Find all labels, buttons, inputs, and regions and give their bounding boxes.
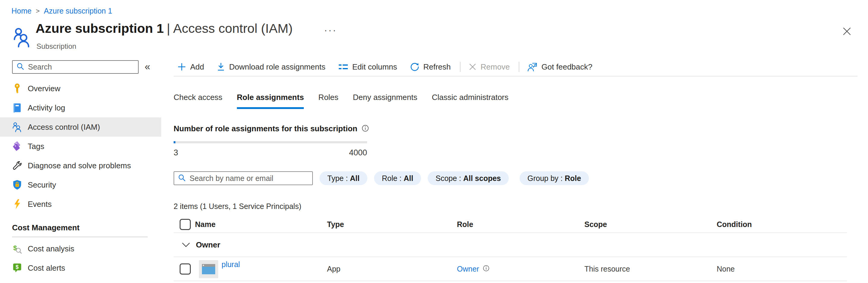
group-row-owner: Owner xyxy=(174,233,847,257)
activity-log-icon xyxy=(12,103,22,113)
page-subtitle: Subscription xyxy=(36,42,76,50)
cell-type: App xyxy=(327,264,457,273)
sidebar-item-tags[interactable]: Tags xyxy=(0,137,161,156)
search-icon xyxy=(178,174,186,183)
shield-lock-icon xyxy=(12,180,22,190)
close-icon[interactable] xyxy=(842,27,852,37)
sidebar-item-label: Overview xyxy=(28,84,60,93)
search-icon xyxy=(16,62,24,72)
sidebar-item-activity-log[interactable]: Activity log xyxy=(0,98,161,117)
sidebar-item-label: Cost analysis xyxy=(28,244,74,253)
breadcrumb-subscription-link[interactable]: Azure subscription 1 xyxy=(44,7,113,15)
sidebar-section-divider xyxy=(12,237,148,237)
edit-columns-icon xyxy=(338,63,348,70)
breadcrumb: Home > Azure subscription 1 xyxy=(11,7,112,15)
table-header-row: Name Type Role Scope Condition xyxy=(174,216,847,233)
sidebar-item-cost-alerts[interactable]: $ Cost alerts xyxy=(0,258,161,278)
select-all-checkbox[interactable] xyxy=(180,219,191,230)
sidebar-item-diagnose[interactable]: Diagnose and solve problems xyxy=(0,156,161,175)
sidebar-item-cost-analysis[interactable]: $ Cost analysis xyxy=(0,239,161,258)
filter-pill-scope[interactable]: Scope : All scopes xyxy=(428,171,509,185)
sidebar-search[interactable] xyxy=(12,60,138,74)
toolbar-separator xyxy=(460,62,461,72)
column-header-type[interactable]: Type xyxy=(327,220,457,229)
column-header-scope[interactable]: Scope xyxy=(584,220,717,229)
command-bar: Add Download role assignments Edit colum… xyxy=(174,58,858,76)
got-feedback-button[interactable]: Got feedback? xyxy=(527,62,592,72)
assignments-progress-fill xyxy=(174,141,176,143)
assignments-limit: 4000 xyxy=(349,148,367,157)
role-link[interactable]: Owner xyxy=(457,264,479,273)
column-header-condition[interactable]: Condition xyxy=(717,220,847,229)
main-content: Add Download role assignments Edit colum… xyxy=(174,58,858,281)
refresh-button[interactable]: Refresh xyxy=(410,62,451,72)
svg-text:$: $ xyxy=(16,264,19,270)
cell-scope: This resource xyxy=(584,264,717,273)
tab-check-access[interactable]: Check access xyxy=(174,93,222,109)
feedback-person-icon xyxy=(527,62,537,72)
sidebar-item-label: Diagnose and solve problems xyxy=(28,161,131,170)
assignments-current: 3 xyxy=(174,148,178,157)
page-title-separator: | xyxy=(164,21,173,36)
edit-columns-button[interactable]: Edit columns xyxy=(338,62,397,72)
chevron-down-icon[interactable] xyxy=(181,242,190,248)
sidebar-item-access-control-iam[interactable]: Access control (IAM) xyxy=(0,117,161,137)
tab-bar: Check access Role assignments Roles Deny… xyxy=(174,93,858,109)
tab-roles[interactable]: Roles xyxy=(318,93,338,109)
table-row[interactable]: plural App Owner This resource None xyxy=(174,257,847,281)
page-title: Azure subscription 1|Access control (IAM… xyxy=(36,21,293,36)
sidebar-item-events[interactable]: Events xyxy=(0,194,161,214)
sidebar-item-overview[interactable]: Overview xyxy=(0,79,161,98)
sidebar-nav: Overview Activity log xyxy=(0,79,161,283)
sidebar-item-security[interactable]: Security xyxy=(0,175,161,194)
sidebar-item-label: Security xyxy=(28,180,56,190)
page-title-primary: Azure subscription 1 xyxy=(36,21,164,36)
refresh-icon xyxy=(410,62,420,72)
page-title-secondary: Access control (IAM) xyxy=(173,21,293,36)
items-summary: 2 items (1 Users, 1 Service Principals) xyxy=(174,202,858,211)
assignments-count-title: Number of role assignments for this subs… xyxy=(174,124,358,133)
assignment-search-input[interactable] xyxy=(190,174,309,183)
collapse-sidebar-icon[interactable]: « xyxy=(145,61,150,72)
sidebar-item-label: Cost alerts xyxy=(28,263,65,273)
more-options-icon[interactable]: ··· xyxy=(324,24,337,36)
tab-role-assignments[interactable]: Role assignments xyxy=(237,93,304,109)
principal-name-link[interactable]: plural xyxy=(221,260,240,269)
cost-alerts-icon: $ xyxy=(12,263,22,273)
lightning-icon xyxy=(12,199,22,209)
tags-icon xyxy=(12,141,22,151)
breadcrumb-home-link[interactable]: Home xyxy=(11,7,32,15)
info-icon[interactable] xyxy=(483,264,490,273)
tab-deny-assignments[interactable]: Deny assignments xyxy=(353,93,417,109)
sidebar-search-input[interactable] xyxy=(28,63,134,71)
toolbar-separator xyxy=(519,62,519,72)
filter-row: Type : All Role : All Scope : All scopes… xyxy=(174,171,858,185)
role-assignments-table: Name Type Role Scope Condition Owner xyxy=(174,216,847,281)
breadcrumb-separator: > xyxy=(36,7,40,15)
filter-pill-type[interactable]: Type : All xyxy=(319,171,367,185)
cell-condition: None xyxy=(717,264,847,273)
column-header-name[interactable]: Name xyxy=(195,220,327,229)
filter-pill-role[interactable]: Role : All xyxy=(374,171,421,185)
row-checkbox[interactable] xyxy=(180,263,191,275)
remove-button[interactable]: Remove xyxy=(468,62,510,72)
download-role-assignments-button[interactable]: Download role assignments xyxy=(217,62,325,72)
assignment-search-box[interactable] xyxy=(174,171,313,185)
tab-classic-administrators[interactable]: Classic administrators xyxy=(432,93,508,109)
assignments-progress-bar xyxy=(174,141,367,143)
key-icon xyxy=(12,83,22,94)
app-window-icon xyxy=(199,260,218,278)
column-header-role[interactable]: Role xyxy=(457,220,584,229)
sidebar: « Overview xyxy=(0,58,163,283)
sidebar-item-cutoff[interactable] xyxy=(0,278,161,283)
filter-pill-group-by[interactable]: Group by : Role xyxy=(520,171,589,185)
remove-x-icon xyxy=(468,63,477,71)
wrench-icon xyxy=(12,161,22,171)
sidebar-item-label: Access control (IAM) xyxy=(28,122,100,132)
download-icon xyxy=(217,62,225,72)
sidebar-section-cost-management: Cost Management xyxy=(0,221,161,234)
info-icon[interactable] xyxy=(362,125,369,133)
assignments-count-row: 3 4000 xyxy=(174,148,367,157)
plus-icon xyxy=(177,62,186,71)
add-button[interactable]: Add xyxy=(177,62,204,72)
